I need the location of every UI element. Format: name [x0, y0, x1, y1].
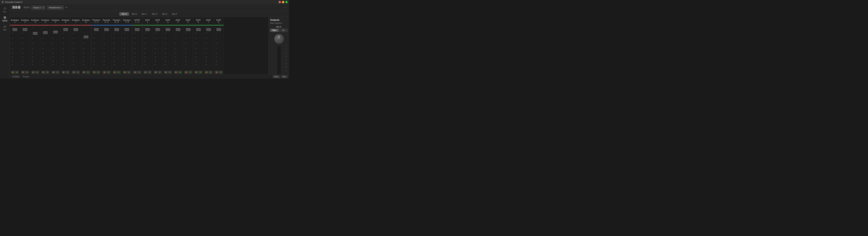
- chevron-down-icon[interactable]: ▾: [281, 22, 282, 24]
- more-btn[interactable]: ···: [283, 6, 287, 9]
- sidebar-item-mixer[interactable]: ⊞ 混音器: [1, 15, 9, 23]
- solo-btn-playback-3[interactable]: S: [117, 71, 121, 74]
- fader-handle-playback-2[interactable]: [104, 28, 109, 31]
- scale-mark: -12: [215, 37, 217, 39]
- solo-btn-adat-5[interactable]: S: [188, 71, 192, 74]
- output-btn[interactable]: Output 1 - 2: [31, 5, 45, 9]
- mute-btn-adat-7[interactable]: M: [205, 71, 208, 74]
- fader-handle-adat-5[interactable]: [186, 28, 190, 31]
- fader-handle-analogue-4[interactable]: [43, 31, 48, 34]
- solo-btn-analogue-6[interactable]: S: [66, 71, 70, 74]
- fader-handle-adat-7[interactable]: [206, 28, 211, 31]
- headphones-btn[interactable]: Headphones 1: [47, 5, 64, 9]
- solo-btn-analogue-5[interactable]: S: [56, 71, 60, 74]
- mute-btn-analogue-3[interactable]: M: [31, 71, 35, 74]
- mix-tab-c[interactable]: Mix C: [140, 12, 149, 16]
- mute-btn-adat-8[interactable]: M: [215, 71, 219, 74]
- fader-handle-playback-4[interactable]: [125, 28, 129, 31]
- solo-btn-playback-2[interactable]: S: [107, 71, 111, 74]
- solo-btn-analogue-3[interactable]: S: [35, 71, 39, 74]
- dim-btn[interactable]: Dim: [281, 75, 288, 78]
- mute-btn-analogue-6[interactable]: M: [62, 71, 65, 74]
- scale-mark: -18: [215, 43, 217, 44]
- color-bar: [101, 25, 112, 25]
- solo-btn-adat-8[interactable]: S: [219, 71, 223, 74]
- mix-tab-a[interactable]: Mix A: [119, 12, 129, 16]
- mix-a-label: Mix A: [270, 26, 288, 28]
- mix-tab-f[interactable]: Mix F: [170, 12, 180, 16]
- mute-btn-adat-2[interactable]: M: [154, 71, 158, 74]
- mute-btn-analogue-2[interactable]: M: [21, 71, 25, 74]
- solo-btn-adat-4[interactable]: S: [178, 71, 182, 74]
- presets-sub[interactable]: Presets: [22, 76, 30, 78]
- fader-handle-spdif-1[interactable]: [135, 28, 140, 31]
- mute-btn-playback-2[interactable]: M: [102, 71, 106, 74]
- solo-btn-adat-2[interactable]: S: [158, 71, 162, 74]
- mute-btn-playback-4[interactable]: M: [123, 71, 127, 74]
- solo-btn-analogue-7[interactable]: S: [76, 71, 80, 74]
- mute-btn-analogue-8[interactable]: M: [82, 71, 86, 74]
- fader-handle-analogue-5[interactable]: [53, 31, 58, 33]
- solo-btn-playback-4[interactable]: S: [127, 71, 131, 74]
- fader-handle-adat-2[interactable]: [155, 28, 160, 31]
- mix-tab-e[interactable]: Mix E: [160, 12, 169, 16]
- fader-handle-playback-3[interactable]: [115, 28, 119, 31]
- alt-tab[interactable]: Alt: [279, 29, 288, 32]
- fader-handle-adat-4[interactable]: [176, 28, 180, 31]
- fader-track: [35, 28, 36, 68]
- scale-mark: 0: [33, 27, 33, 28]
- fader-handle-analogue-3[interactable]: [33, 32, 37, 35]
- solo-btn-adat-6[interactable]: S: [198, 71, 203, 74]
- solo-btn-playback-1[interactable]: S: [97, 71, 100, 74]
- mute-btn-adat-6[interactable]: M: [194, 71, 198, 74]
- main-tab[interactable]: Main: [270, 29, 279, 32]
- mute-btn-analogue-4[interactable]: M: [41, 71, 45, 74]
- mute-btn-analogue-1[interactable]: M: [11, 71, 15, 74]
- mute-btn[interactable]: Mute: [273, 75, 280, 78]
- solo-btn-adat-3[interactable]: S: [168, 71, 172, 74]
- master-knob[interactable]: [274, 34, 284, 44]
- fader-handle-analogue-6[interactable]: [63, 28, 68, 31]
- scale-mark: -36: [134, 56, 135, 57]
- solo-btn-spdif-1[interactable]: S: [137, 71, 141, 74]
- color-bar: [122, 25, 132, 25]
- fader-handle-adat-8[interactable]: [216, 28, 221, 31]
- presets-label[interactable]: 常用预设: [11, 75, 20, 78]
- scale-mark: -12: [134, 37, 135, 39]
- minimize-btn[interactable]: [282, 1, 284, 3]
- fader-handle-adat-6[interactable]: [196, 28, 201, 31]
- mute-btn-playback-1[interactable]: M: [92, 71, 96, 74]
- solo-btn-analogue-1[interactable]: S: [15, 71, 19, 74]
- fader-handle-analogue-7[interactable]: [73, 28, 78, 31]
- maximize-btn[interactable]: [285, 1, 288, 3]
- mute-btn-adat-3[interactable]: M: [164, 71, 168, 74]
- solo-btn-adat-7[interactable]: S: [209, 71, 213, 74]
- mute-btn-adat-1[interactable]: M: [144, 71, 147, 74]
- fader-handle-adat-3[interactable]: [166, 28, 170, 31]
- mix-tab-b[interactable]: Mix B: [129, 12, 139, 16]
- fader-handle-playback-1[interactable]: [94, 28, 99, 31]
- mute-btn-analogue-5[interactable]: M: [52, 71, 55, 74]
- mix-tabs-bar: Mix A Mix B Mix C Mix D Mix E Mix F: [10, 11, 289, 17]
- sidebar-item-input[interactable]: ⊙ 输入: [1, 6, 9, 14]
- edit-icon[interactable]: ✏: [65, 6, 68, 9]
- mix-tab-d[interactable]: Mix D: [150, 12, 159, 16]
- fader-area: 0-6-12-18-24-30-36-48-60: [183, 26, 193, 70]
- fader-handle-analogue-1[interactable]: [12, 28, 17, 31]
- scale-mark: -30: [185, 52, 187, 53]
- fader-handle-adat-1[interactable]: [145, 28, 150, 31]
- mute-btn-spdif-1[interactable]: M: [133, 71, 137, 74]
- solo-btn-analogue-2[interactable]: S: [25, 71, 29, 74]
- mute-btn-playback-3[interactable]: M: [113, 71, 117, 74]
- solo-btn-adat-1[interactable]: S: [148, 71, 152, 74]
- sidebar-item-routing[interactable]: ⇄ 路由: [1, 24, 9, 32]
- solo-btn-analogue-4[interactable]: S: [45, 71, 49, 74]
- close-btn[interactable]: [279, 1, 281, 3]
- mute-btn-analogue-7[interactable]: M: [72, 71, 76, 74]
- fader-handle-analogue-8[interactable]: [84, 36, 88, 38]
- mute-btn-adat-5[interactable]: M: [184, 71, 188, 74]
- fader-handle-analogue-2[interactable]: [23, 28, 27, 31]
- solo-btn-analogue-8[interactable]: S: [86, 71, 90, 74]
- channel-name: Analogue: [82, 19, 90, 21]
- mute-btn-adat-4[interactable]: M: [174, 71, 178, 74]
